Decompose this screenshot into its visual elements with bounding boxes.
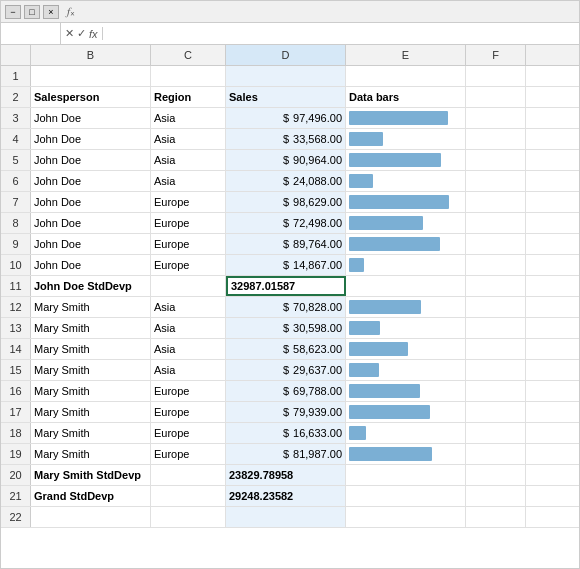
cell-e-13[interactable] [346,318,466,338]
cell-f-2[interactable] [466,87,526,107]
cell-e-3[interactable] [346,108,466,128]
cell-f-15[interactable] [466,360,526,380]
cell-c-21[interactable] [151,486,226,506]
cell-b-9[interactable]: John Doe [31,234,151,254]
cell-f-3[interactable] [466,108,526,128]
cell-e-1[interactable] [346,66,466,86]
cell-b-11[interactable]: John Doe StdDevp [31,276,151,296]
col-header-b[interactable]: B [31,45,151,65]
cell-b-12[interactable]: Mary Smith [31,297,151,317]
cell-c-4[interactable]: Asia [151,129,226,149]
cell-d-9[interactable]: $89,764.00 [226,234,346,254]
cell-c-9[interactable]: Europe [151,234,226,254]
cell-f-20[interactable] [466,465,526,485]
cell-e-4[interactable] [346,129,466,149]
cell-c-18[interactable]: Europe [151,423,226,443]
cell-d-14[interactable]: $58,623.00 [226,339,346,359]
cell-d-16[interactable]: $69,788.00 [226,381,346,401]
cell-f-22[interactable] [466,507,526,527]
cell-b-2[interactable]: Salesperson [31,87,151,107]
cell-f-14[interactable] [466,339,526,359]
cell-f-8[interactable] [466,213,526,233]
col-header-d[interactable]: D [226,45,346,65]
cell-f-19[interactable] [466,444,526,464]
cell-b-14[interactable]: Mary Smith [31,339,151,359]
cell-c-20[interactable] [151,465,226,485]
cell-b-8[interactable]: John Doe [31,213,151,233]
cell-d-12[interactable]: $70,828.00 [226,297,346,317]
cell-f-18[interactable] [466,423,526,443]
cell-e-22[interactable] [346,507,466,527]
cell-c-6[interactable]: Asia [151,171,226,191]
cell-e-17[interactable] [346,402,466,422]
cell-c-22[interactable] [151,507,226,527]
cell-d-2[interactable]: Sales [226,87,346,107]
cell-d-10[interactable]: $14,867.00 [226,255,346,275]
cell-d-4[interactable]: $33,568.00 [226,129,346,149]
cell-b-21[interactable]: Grand StdDevp [31,486,151,506]
cell-b-20[interactable]: Mary Smith StdDevp [31,465,151,485]
cell-c-7[interactable]: Europe [151,192,226,212]
cell-e-2[interactable]: Data bars [346,87,466,107]
cell-f-4[interactable] [466,129,526,149]
cell-d-22[interactable] [226,507,346,527]
cancel-icon[interactable]: ✕ [65,27,74,40]
cell-f-9[interactable] [466,234,526,254]
cell-d-6[interactable]: $24,088.00 [226,171,346,191]
cell-c-10[interactable]: Europe [151,255,226,275]
cell-e-19[interactable] [346,444,466,464]
cell-e-9[interactable] [346,234,466,254]
cell-b-5[interactable]: John Doe [31,150,151,170]
cell-d-8[interactable]: $72,498.00 [226,213,346,233]
cell-d-7[interactable]: $98,629.00 [226,192,346,212]
cell-d-21[interactable]: 29248.23582 [226,486,346,506]
cell-f-10[interactable] [466,255,526,275]
cell-f-12[interactable] [466,297,526,317]
cell-d-1[interactable] [226,66,346,86]
cell-e-12[interactable] [346,297,466,317]
cell-f-13[interactable] [466,318,526,338]
cell-c-5[interactable]: Asia [151,150,226,170]
cell-f-16[interactable] [466,381,526,401]
cell-b-15[interactable]: Mary Smith [31,360,151,380]
cell-e-15[interactable] [346,360,466,380]
name-box[interactable] [1,23,61,44]
cell-b-10[interactable]: John Doe [31,255,151,275]
cell-d-13[interactable]: $30,598.00 [226,318,346,338]
cell-f-17[interactable] [466,402,526,422]
cell-d-20[interactable]: 23829.78958 [226,465,346,485]
cell-b-1[interactable] [31,66,151,86]
cell-f-5[interactable] [466,150,526,170]
cell-e-6[interactable] [346,171,466,191]
cell-c-13[interactable]: Asia [151,318,226,338]
cell-b-17[interactable]: Mary Smith [31,402,151,422]
cell-d-15[interactable]: $29,637.00 [226,360,346,380]
cell-d-18[interactable]: $16,633.00 [226,423,346,443]
cell-b-22[interactable] [31,507,151,527]
cell-f-7[interactable] [466,192,526,212]
cell-c-3[interactable]: Asia [151,108,226,128]
cell-c-11[interactable] [151,276,226,296]
cell-b-19[interactable]: Mary Smith [31,444,151,464]
cell-b-13[interactable]: Mary Smith [31,318,151,338]
cell-b-18[interactable]: Mary Smith [31,423,151,443]
cell-e-16[interactable] [346,381,466,401]
col-header-e[interactable]: E [346,45,466,65]
maximize-button[interactable]: □ [24,5,40,19]
cell-e-14[interactable] [346,339,466,359]
cell-e-8[interactable] [346,213,466,233]
cell-e-7[interactable] [346,192,466,212]
cell-e-20[interactable] [346,465,466,485]
cell-c-8[interactable]: Europe [151,213,226,233]
cell-c-15[interactable]: Asia [151,360,226,380]
cell-c-2[interactable]: Region [151,87,226,107]
cell-d-11[interactable]: 32987.01587 [226,276,346,296]
cell-b-3[interactable]: John Doe [31,108,151,128]
fx-icon[interactable]: fx [89,28,98,40]
cell-c-1[interactable] [151,66,226,86]
cell-b-7[interactable]: John Doe [31,192,151,212]
cell-e-11[interactable] [346,276,466,296]
cell-f-1[interactable] [466,66,526,86]
cell-e-21[interactable] [346,486,466,506]
cell-c-19[interactable]: Europe [151,444,226,464]
